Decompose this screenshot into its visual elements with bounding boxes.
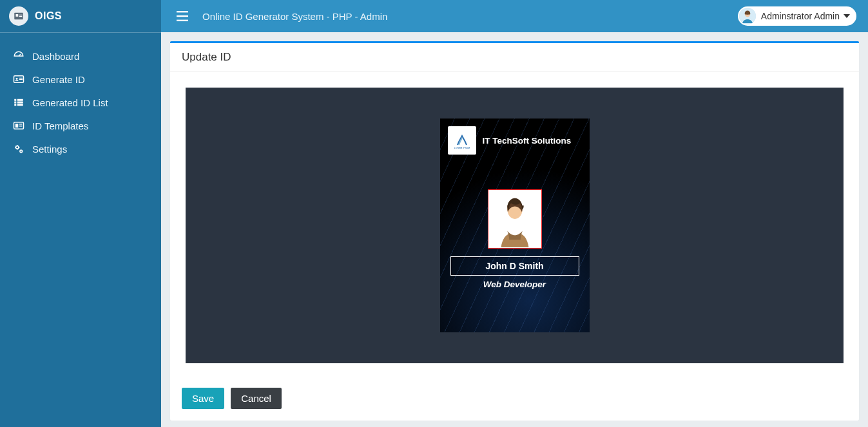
sidebar: OIGS Dashboard Generate ID Generated ID … xyxy=(0,0,161,427)
id-card-header: LOREM IPSUM IT TechSoft Solutions xyxy=(440,119,590,162)
user-name: Adminstrator Admin xyxy=(761,11,840,21)
svg-rect-14 xyxy=(17,102,23,104)
sidebar-item-label: Dashboard xyxy=(32,51,79,62)
svg-rect-17 xyxy=(15,124,19,128)
company-logo-icon: LOREM IPSUM xyxy=(448,126,476,155)
id-role[interactable]: Web Developer xyxy=(440,280,590,289)
id-name-field-wrap xyxy=(450,256,579,276)
sidebar-item-label: Generated ID List xyxy=(32,97,108,108)
sidebar-nav: Dashboard Generate ID Generated ID List … xyxy=(0,33,161,160)
id-card-preview[interactable]: LOREM IPSUM IT TechSoft Solutions xyxy=(440,119,590,332)
svg-rect-9 xyxy=(19,79,23,80)
svg-rect-12 xyxy=(14,104,16,106)
sidebar-item-generate-id[interactable]: Generate ID xyxy=(0,68,161,91)
id-stage: LOREM IPSUM IT TechSoft Solutions xyxy=(186,88,844,363)
svg-rect-13 xyxy=(17,99,23,101)
page-title: Update ID xyxy=(170,43,859,72)
cancel-button[interactable]: Cancel xyxy=(231,388,282,409)
gauge-icon xyxy=(12,50,26,62)
svg-rect-22 xyxy=(177,11,188,12)
template-icon xyxy=(12,120,26,131)
svg-rect-11 xyxy=(14,102,16,104)
sidebar-item-id-templates[interactable]: ID Templates xyxy=(0,114,161,137)
chevron-down-icon xyxy=(844,14,850,18)
sidebar-brand[interactable]: OIGS xyxy=(0,0,161,33)
id-company-name: IT TechSoft Solutions xyxy=(483,136,572,146)
svg-rect-18 xyxy=(19,124,23,125)
svg-rect-23 xyxy=(177,15,188,17)
sidebar-item-label: ID Templates xyxy=(32,120,88,131)
svg-point-21 xyxy=(20,150,23,153)
card-body: LOREM IPSUM IT TechSoft Solutions xyxy=(170,72,859,379)
id-photo[interactable] xyxy=(488,189,542,249)
hamburger-icon xyxy=(177,11,188,21)
id-name-input[interactable] xyxy=(450,256,579,276)
user-menu[interactable]: Adminstrator Admin xyxy=(738,6,856,26)
sidebar-item-dashboard[interactable]: Dashboard xyxy=(0,44,161,68)
hamburger-toggle[interactable] xyxy=(173,7,192,25)
save-button[interactable]: Save xyxy=(182,388,224,409)
sidebar-item-generated-id-list[interactable]: Generated ID List xyxy=(0,91,161,114)
svg-rect-19 xyxy=(19,126,23,127)
svg-rect-8 xyxy=(19,78,23,79)
sidebar-item-settings[interactable]: Settings xyxy=(0,137,161,160)
svg-point-6 xyxy=(16,78,18,80)
svg-rect-1 xyxy=(16,14,19,17)
card-update-id: Update ID LOREM IPSUM IT TechSoft Soluti… xyxy=(170,41,859,421)
id-card-icon xyxy=(12,73,26,85)
svg-rect-7 xyxy=(15,81,19,82)
sidebar-item-label: Generate ID xyxy=(32,74,85,85)
app-title: Online ID Generator System - PHP - Admin xyxy=(202,11,387,22)
id-photo-wrap xyxy=(440,189,590,249)
svg-rect-3 xyxy=(19,16,23,17)
sidebar-item-label: Settings xyxy=(32,144,67,155)
svg-rect-10 xyxy=(14,99,16,101)
brand-logo-icon xyxy=(9,6,28,26)
gears-icon xyxy=(12,143,26,155)
svg-text:LOREM IPSUM: LOREM IPSUM xyxy=(454,147,470,149)
content: Update ID LOREM IPSUM IT TechSoft Soluti… xyxy=(161,32,868,427)
list-icon xyxy=(12,97,26,108)
card-footer: Save Cancel xyxy=(170,379,859,421)
svg-rect-2 xyxy=(19,15,23,15)
topbar: Online ID Generator System - PHP - Admin… xyxy=(161,0,868,32)
svg-rect-15 xyxy=(17,104,23,106)
avatar xyxy=(739,8,756,24)
brand-name: OIGS xyxy=(35,10,62,22)
svg-rect-24 xyxy=(177,20,188,21)
main: Online ID Generator System - PHP - Admin… xyxy=(161,0,868,427)
